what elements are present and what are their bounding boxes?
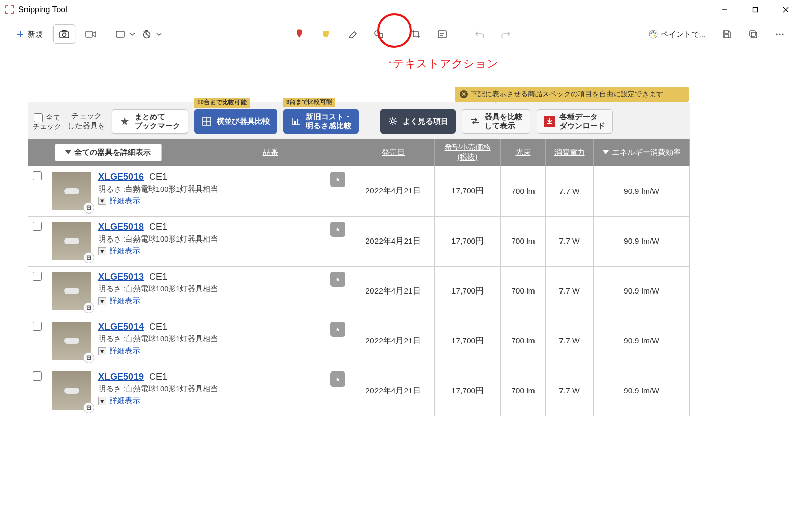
copy-button[interactable] xyxy=(742,24,764,44)
detail-link[interactable]: 詳細表示 xyxy=(110,196,140,206)
maximize-button[interactable] xyxy=(740,0,770,19)
cost-compare-button[interactable]: 3台まで比較可能 新旧コスト・明るさ感比較 xyxy=(283,109,359,134)
product-thumbnail[interactable]: 🖼 xyxy=(52,322,91,360)
svg-rect-18 xyxy=(438,31,446,38)
plus-icon xyxy=(16,30,24,38)
col-power[interactable]: 消費電力 xyxy=(546,139,594,166)
col-model[interactable]: 品番 xyxy=(189,139,352,166)
favorite-button[interactable] xyxy=(330,371,345,387)
detail-dropdown-icon[interactable]: ▾ xyxy=(98,347,106,355)
model-suffix: CE1 xyxy=(149,222,167,232)
product-thumbnail[interactable]: 🖼 xyxy=(52,272,91,310)
favorite-button[interactable] xyxy=(330,272,345,287)
svg-point-16 xyxy=(375,31,380,36)
rectangle-icon xyxy=(116,31,125,38)
col-flux[interactable]: 光束 xyxy=(501,139,546,166)
snip-photo-button[interactable] xyxy=(53,24,75,44)
svg-point-25 xyxy=(654,35,656,37)
window-title: Snipping Tool xyxy=(18,5,67,14)
highlighter-button[interactable] xyxy=(314,24,337,44)
svg-point-7 xyxy=(63,33,66,37)
model-link[interactable]: XLGE5018 xyxy=(98,222,144,232)
tip-close-icon[interactable]: ✕ xyxy=(460,90,468,98)
product-thumbnail[interactable]: 🖼 xyxy=(52,172,91,210)
download-button[interactable]: 各種データダウンロード xyxy=(537,109,613,134)
image-zoom-icon[interactable]: 🖼 xyxy=(83,302,94,313)
new-button[interactable]: 新規 xyxy=(10,24,49,44)
col-release[interactable]: 発売日 xyxy=(352,139,435,166)
camera-icon xyxy=(59,30,69,38)
col-efficacy[interactable]: エネルギー消費効率 xyxy=(594,139,690,166)
detail-dropdown-icon[interactable]: ▾ xyxy=(98,397,106,405)
favorite-button[interactable] xyxy=(330,222,345,237)
col-price[interactable]: 希望小売価格(税抜) xyxy=(435,139,501,166)
cell-power: 7.7 W xyxy=(546,366,594,416)
check-all-checkbox[interactable] xyxy=(34,113,43,122)
save-button[interactable] xyxy=(715,24,738,44)
shield-star-icon xyxy=(334,175,342,183)
detail-link[interactable]: 詳細表示 xyxy=(110,346,140,356)
more-button[interactable] xyxy=(768,24,791,44)
model-link[interactable]: XLGE5013 xyxy=(98,272,144,282)
svg-rect-37 xyxy=(294,121,296,125)
check-all[interactable]: 全て チェック xyxy=(33,113,61,134)
svg-point-22 xyxy=(650,32,652,34)
palette-icon xyxy=(649,30,658,39)
snip-video-button[interactable] xyxy=(79,24,102,44)
shape-mode-button[interactable] xyxy=(114,24,137,44)
shapes-button[interactable] xyxy=(367,24,390,44)
pen-tool-button[interactable] xyxy=(288,24,310,44)
detail-dropdown-icon[interactable]: ▾ xyxy=(98,197,106,205)
model-link[interactable]: XLGE5016 xyxy=(98,172,144,182)
cell-release: 2022年4月21日 xyxy=(352,316,435,366)
text-action-button[interactable] xyxy=(431,24,453,44)
detail-link[interactable]: 詳細表示 xyxy=(110,246,140,256)
brightness-text: 明るさ :白熱電球100形1灯器具相当 xyxy=(98,284,218,294)
row-checkbox[interactable] xyxy=(33,171,42,180)
undo-icon xyxy=(475,30,484,38)
image-zoom-icon[interactable]: 🖼 xyxy=(83,402,94,413)
image-zoom-icon[interactable]: 🖼 xyxy=(83,202,94,214)
detail-link[interactable]: 詳細表示 xyxy=(110,396,140,406)
frequent-items-button[interactable]: よく見る項目 xyxy=(380,109,456,134)
text-action-icon xyxy=(437,30,447,39)
model-link[interactable]: XLGE5019 xyxy=(98,371,144,382)
favorite-button[interactable] xyxy=(330,172,345,187)
row-checkbox[interactable] xyxy=(33,222,42,231)
spec-tip: ✕ 下記に表示させる商品スペックの項目を自由に設定できます xyxy=(455,87,689,102)
cell-eff: 90.9 lm/W xyxy=(594,316,690,366)
undo-button[interactable] xyxy=(468,24,491,44)
svg-line-46 xyxy=(395,118,396,120)
svg-line-45 xyxy=(395,123,396,125)
edit-in-paint-button[interactable]: ペイントで... xyxy=(643,24,712,44)
detail-link[interactable]: 詳細表示 xyxy=(110,296,140,306)
product-thumbnail[interactable]: 🖼 xyxy=(52,222,91,260)
compare-badge: 10台まで比較可能 xyxy=(194,98,250,108)
action-bar: 全て チェック チェック した器具を まとめてブックマーク 10台まで比較可能 … xyxy=(28,102,690,139)
expand-all-button[interactable]: 全ての器具を詳細表示 xyxy=(55,144,162,161)
delay-button[interactable] xyxy=(141,24,163,44)
svg-rect-38 xyxy=(297,119,298,125)
eraser-button[interactable] xyxy=(341,24,363,44)
minimize-button[interactable] xyxy=(709,0,740,19)
image-zoom-icon[interactable]: 🖼 xyxy=(83,352,94,363)
brightness-text: 明るさ :白熱電球100形1灯器具相当 xyxy=(98,184,218,194)
favorite-button[interactable] xyxy=(330,322,345,337)
row-checkbox[interactable] xyxy=(33,371,42,381)
row-checkbox[interactable] xyxy=(33,272,42,281)
product-thumbnail[interactable]: 🖼 xyxy=(52,371,91,410)
redo-button[interactable] xyxy=(495,24,517,44)
shield-star-icon xyxy=(334,375,342,383)
frequent-label: よく見る項目 xyxy=(403,117,448,126)
compare-side-button[interactable]: 10台まで比較可能 横並び器具比較 xyxy=(194,109,277,134)
row-checkbox[interactable] xyxy=(33,322,42,331)
crop-button[interactable] xyxy=(405,24,427,44)
image-zoom-icon[interactable]: 🖼 xyxy=(83,252,94,263)
close-button[interactable] xyxy=(770,0,801,19)
crop-icon xyxy=(411,30,420,39)
compare-display-button[interactable]: 器具を比較して表示 xyxy=(462,109,530,134)
detail-dropdown-icon[interactable]: ▾ xyxy=(98,297,106,305)
model-link[interactable]: XLGE5014 xyxy=(98,322,144,332)
detail-dropdown-icon[interactable]: ▾ xyxy=(98,247,106,255)
bookmark-button[interactable]: まとめてブックマーク xyxy=(112,109,188,134)
